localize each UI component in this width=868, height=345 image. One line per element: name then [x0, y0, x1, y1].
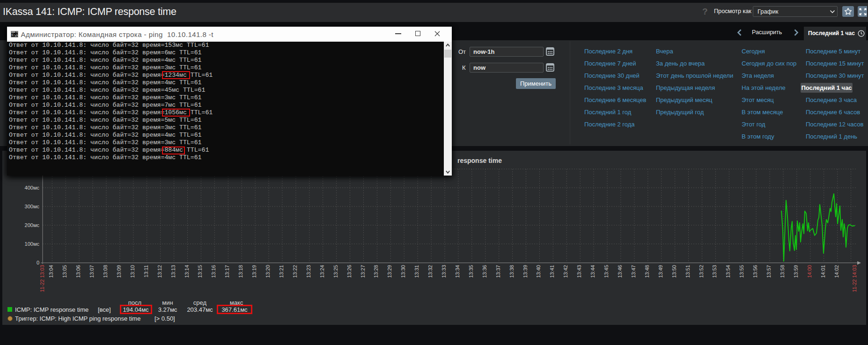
svg-text:13:51: 13:51 — [685, 265, 691, 278]
svg-text:13:40: 13:40 — [536, 265, 541, 278]
svg-text:13:27: 13:27 — [360, 265, 366, 278]
svg-text:13:04: 13:04 — [48, 265, 54, 278]
svg-text:13:12: 13:12 — [157, 265, 162, 278]
svg-text:13:46: 13:46 — [617, 265, 623, 278]
svg-text:13:54: 13:54 — [725, 265, 731, 278]
svg-text:13:58: 13:58 — [780, 265, 785, 278]
svg-text:400мс: 400мс — [25, 185, 40, 191]
svg-text:13:21: 13:21 — [279, 265, 284, 278]
svg-text:13:33: 13:33 — [441, 265, 447, 278]
svg-text:13:48: 13:48 — [644, 265, 650, 278]
svg-text:13:34: 13:34 — [455, 265, 460, 278]
svg-text:14:01: 14:01 — [820, 265, 826, 278]
svg-text:11-22 13:03: 11-22 13:03 — [39, 265, 45, 292]
svg-text:13:23: 13:23 — [306, 265, 311, 278]
svg-text:13:11: 13:11 — [143, 265, 149, 278]
svg-text:13:30: 13:30 — [400, 265, 406, 278]
svg-text:13:05: 13:05 — [62, 265, 67, 278]
svg-text:100мс: 100мс — [25, 241, 40, 247]
svg-text:13:20: 13:20 — [265, 265, 271, 278]
svg-text:13:17: 13:17 — [224, 265, 230, 278]
svg-text:13:08: 13:08 — [103, 265, 108, 278]
svg-text:13:50: 13:50 — [671, 265, 677, 278]
svg-text:13:22: 13:22 — [292, 265, 298, 278]
svg-text:13:24: 13:24 — [319, 265, 325, 278]
svg-text:13:19: 13:19 — [251, 265, 257, 278]
svg-text:300мс: 300мс — [25, 204, 40, 209]
svg-text:C:\: C:\ — [12, 33, 18, 37]
svg-text:13:38: 13:38 — [509, 265, 515, 278]
svg-text:13:14: 13:14 — [184, 265, 190, 278]
svg-text:13:36: 13:36 — [482, 265, 487, 278]
svg-text:13:09: 13:09 — [116, 265, 122, 278]
svg-text:13:31: 13:31 — [414, 265, 419, 278]
svg-text:13:18: 13:18 — [238, 265, 243, 278]
svg-text:13:25: 13:25 — [333, 265, 338, 278]
svg-text:13:37: 13:37 — [495, 265, 501, 278]
svg-text:13:26: 13:26 — [346, 265, 352, 278]
svg-text:13:55: 13:55 — [739, 265, 744, 278]
svg-text:13:32: 13:32 — [427, 265, 433, 278]
svg-text:13:49: 13:49 — [658, 265, 663, 278]
svg-text:14:00: 14:00 — [807, 265, 812, 278]
svg-text:14:02: 14:02 — [834, 265, 839, 278]
svg-text:13:53: 13:53 — [712, 265, 717, 278]
svg-text:13:10: 13:10 — [130, 265, 135, 278]
svg-text:13:56: 13:56 — [752, 265, 758, 278]
svg-text:0: 0 — [37, 260, 39, 265]
svg-text:13:15: 13:15 — [197, 265, 203, 278]
svg-text:200мс: 200мс — [25, 222, 40, 228]
svg-text:13:47: 13:47 — [631, 265, 636, 278]
svg-text:13:59: 13:59 — [793, 265, 799, 278]
svg-text:13:39: 13:39 — [522, 265, 528, 278]
svg-text:13:29: 13:29 — [387, 265, 392, 278]
svg-text:13:44: 13:44 — [590, 265, 596, 278]
svg-text:13:41: 13:41 — [549, 265, 555, 278]
svg-text:13:42: 13:42 — [563, 265, 568, 278]
svg-text:11-22 14:03: 11-22 14:03 — [852, 265, 857, 292]
svg-text:13:07: 13:07 — [89, 265, 95, 278]
svg-text:13:35: 13:35 — [468, 265, 474, 278]
svg-text:13:45: 13:45 — [603, 265, 609, 278]
svg-text:13:06: 13:06 — [75, 265, 81, 278]
svg-text:13:28: 13:28 — [373, 265, 379, 278]
svg-text:13:57: 13:57 — [766, 265, 772, 278]
svg-text:13:13: 13:13 — [170, 265, 176, 278]
svg-text:13:52: 13:52 — [699, 265, 704, 278]
svg-text:13:43: 13:43 — [576, 265, 582, 278]
svg-text:13:16: 13:16 — [211, 265, 216, 278]
